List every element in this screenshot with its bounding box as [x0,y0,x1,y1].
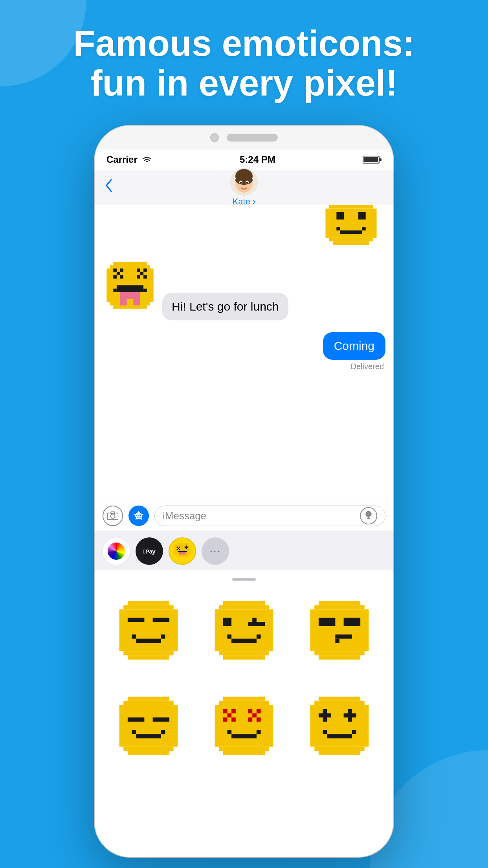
svg-rect-120 [231,709,236,714]
appstore-button[interactable] [128,506,149,526]
svg-rect-78 [153,622,170,626]
svg-rect-103 [335,639,339,643]
svg-rect-87 [223,618,231,626]
sent-emoji-area [103,213,385,254]
svg-rect-114 [223,697,265,701]
svg-rect-91 [257,634,261,639]
back-button[interactable] [104,178,128,197]
emoji-item-3[interactable] [295,591,383,679]
svg-rect-68 [179,552,182,555]
svg-rect-119 [223,709,227,714]
svg-rect-118 [223,751,265,755]
svg-rect-113 [161,730,165,734]
svg-rect-117 [219,747,269,751]
svg-rect-128 [257,717,261,722]
contact-avatar [230,168,258,196]
svg-rect-28 [120,268,123,272]
svg-rect-57 [176,555,189,556]
svg-rect-48 [366,512,371,513]
svg-rect-32 [137,268,140,272]
emoji-item-2[interactable] [200,591,288,679]
apple-pay-icon: Pay [143,548,155,555]
svg-rect-37 [117,285,143,292]
svg-rect-127 [248,717,253,722]
apple-pay-shelf-app[interactable]: Pay [136,537,163,565]
svg-rect-16 [333,241,369,245]
svg-rect-1 [363,157,378,162]
svg-rect-55 [176,544,189,546]
svg-rect-122 [223,717,227,722]
svg-rect-22 [113,262,147,265]
svg-rect-104 [128,697,169,701]
svg-rect-143 [352,730,356,734]
svg-rect-112 [132,730,136,734]
svg-point-10 [246,182,248,184]
app-shelf: Pay [95,531,393,570]
sent-message-text: Coming [334,339,374,352]
photos-shelf-app[interactable] [103,537,130,565]
svg-point-9 [240,182,242,184]
svg-rect-52 [368,517,369,518]
more-shelf-app[interactable]: ··· [202,537,229,565]
svg-point-6 [235,175,253,185]
svg-rect-132 [319,697,360,701]
header-section: Famous emoticons: fun in every pixel! [0,24,488,103]
svg-rect-107 [124,747,174,751]
emoji-item-6[interactable] [295,686,383,774]
app-tagline: Famous emoticons: fun in every pixel! [24,24,464,103]
emoji-item-4[interactable] [105,686,193,774]
status-left: Carrier [106,154,152,165]
svg-rect-42 [134,299,140,305]
wifi-icon [141,155,152,164]
navigation-bar: Kate › [95,170,393,205]
earpiece-speaker [227,134,278,142]
camera-button[interactable] [103,506,123,526]
svg-rect-92 [231,639,257,643]
svg-rect-38 [113,289,117,292]
svg-rect-54 [177,543,188,544]
svg-rect-58 [177,556,188,557]
svg-rect-83 [219,605,269,610]
contact-name-text: Kate [233,197,250,206]
more-icon: ··· [209,545,221,557]
svg-point-44 [111,514,115,519]
svg-rect-77 [128,622,145,626]
status-time: 5:24 PM [240,154,275,165]
svg-rect-99 [319,622,336,626]
svg-rect-140 [348,709,352,722]
svg-rect-79 [132,634,136,639]
svg-rect-106 [119,705,178,747]
svg-rect-17 [336,212,344,220]
svg-rect-2 [380,158,382,161]
svg-rect-64 [179,549,180,550]
svg-rect-96 [314,651,365,656]
message-input[interactable]: iMessage [154,506,385,526]
svg-rect-135 [314,747,365,751]
contact-info[interactable]: Kate › [128,168,360,207]
svg-rect-141 [327,734,352,739]
front-camera [210,133,219,142]
svg-rect-108 [128,751,169,755]
svg-rect-40 [120,292,140,299]
svg-rect-136 [319,751,360,755]
svg-rect-121 [227,714,231,718]
drag-indicator [232,578,256,581]
svg-rect-89 [252,618,257,622]
voice-button[interactable] [360,507,377,524]
svg-rect-62 [178,548,179,549]
svg-rect-71 [124,605,174,610]
svg-rect-63 [177,549,178,550]
svg-rect-123 [231,717,236,722]
svg-rect-124 [248,709,253,714]
chat-area: Hi! Let's go for lunch Coming Delivered [95,205,393,500]
svg-rect-100 [343,622,360,626]
emoji-app-shelf[interactable] [169,537,196,565]
received-message-text: Hi! Let's go for lunch [172,300,279,313]
svg-rect-73 [124,651,174,656]
svg-rect-76 [153,618,170,622]
emoji-item-5[interactable] [200,686,288,774]
photos-icon [108,542,125,560]
svg-rect-39 [143,289,147,292]
emoji-item-1[interactable] [105,591,193,679]
svg-rect-72 [119,610,178,651]
